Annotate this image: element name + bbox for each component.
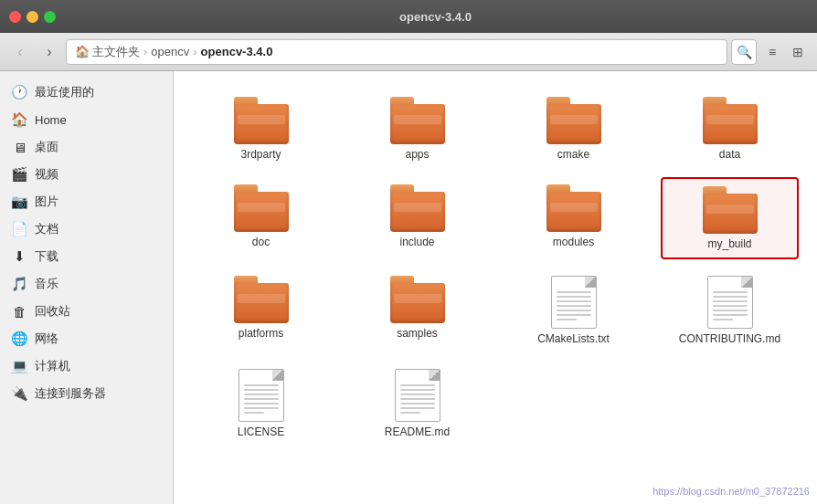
window-controls (9, 11, 56, 23)
close-button[interactable] (9, 11, 21, 23)
folder-icon-graphic (390, 184, 445, 232)
sidebar-item-label-documents: 文档 (35, 221, 58, 237)
sidebar-item-documents[interactable]: 📄文档 (0, 215, 173, 243)
file-item-apps[interactable]: apps (348, 89, 486, 168)
folder-icon-graphic (390, 276, 445, 323)
network-icon: 🌐 (11, 331, 27, 347)
breadcrumb: 🏠 主文件夹 › opencv › opencv-3.4.0 (66, 39, 727, 65)
file-label-doc: doc (252, 236, 270, 248)
documents-icon: 📄 (11, 221, 27, 237)
file-item-license[interactable]: LICENSE (192, 362, 330, 446)
sidebar-item-connect[interactable]: 🔌连接到服务器 (0, 380, 173, 407)
sidebar-item-label-computer: 计算机 (35, 358, 70, 374)
sidebar: 🕐最近使用的🏠Home🖥桌面🎬视频📷图片📄文档⬇下载🎵音乐🗑回收站🌐网络💻计算机… (0, 71, 174, 504)
sidebar-item-downloads[interactable]: ⬇下载 (0, 243, 173, 270)
file-grid: 3rdpartyappscmakedatadocincludemodulesmy… (192, 89, 799, 446)
titlebar: opencv-3.4.0 (0, 0, 817, 33)
file-label-cmake: cmake (557, 148, 589, 161)
file-label-modules: modules (553, 236, 594, 248)
file-item-readme[interactable]: README.md (348, 362, 486, 446)
content-area: 3rdpartyappscmakedatadocincludemodulesmy… (174, 71, 817, 504)
sidebar-item-label-home: Home (35, 113, 67, 127)
maximize-button[interactable] (44, 11, 56, 23)
file-label-readme: README.md (385, 425, 450, 438)
home-icon: 🏠 (11, 111, 27, 128)
folder-icon-graphic (234, 184, 289, 232)
file-item-data[interactable]: data (661, 89, 799, 168)
file-label-license: LICENSE (238, 425, 284, 438)
sidebar-item-pictures[interactable]: 📷图片 (0, 188, 173, 215)
file-label-data: data (719, 148, 740, 161)
file-label-contributing: CONTRIBUTING.md (679, 332, 780, 345)
breadcrumb-current[interactable]: opencv-3.4.0 (201, 45, 273, 58)
file-label-3rdparty: 3rdparty (240, 148, 281, 161)
file-label-apps: apps (405, 148, 429, 161)
doc-icon-graphic (707, 276, 753, 329)
recent-icon: 🕐 (11, 84, 27, 100)
desktop-icon: 🖥 (11, 140, 27, 155)
connect-icon: 🔌 (11, 385, 27, 402)
sidebar-item-label-music: 音乐 (35, 276, 58, 292)
folder-icon-graphic (703, 186, 758, 234)
sidebar-item-label-connect: 连接到服务器 (35, 385, 106, 402)
sidebar-item-desktop[interactable]: 🖥桌面 (0, 133, 173, 161)
folder-icon-graphic (703, 97, 758, 144)
sidebar-item-network[interactable]: 🌐网络 (0, 325, 173, 352)
file-item-samples[interactable]: samples (348, 268, 486, 347)
sidebar-item-trash[interactable]: 🗑回收站 (0, 298, 173, 325)
computer-icon: 💻 (11, 358, 27, 374)
file-label-include: include (399, 236, 434, 248)
file-item-modules[interactable]: modules (504, 177, 642, 256)
file-label-samples: samples (397, 327, 438, 340)
search-button[interactable]: 🔍 (731, 39, 757, 65)
file-item-platforms[interactable]: platforms (192, 268, 330, 347)
folder-icon-graphic (390, 97, 445, 144)
video-icon: 🎬 (11, 166, 27, 183)
folder-icon-graphic (546, 97, 601, 144)
file-item-my_build[interactable]: my_build (661, 177, 799, 259)
sidebar-item-label-desktop: 桌面 (35, 139, 58, 155)
file-item-contributing[interactable]: CONTRIBUTING.md (661, 268, 799, 352)
breadcrumb-opencv[interactable]: opencv (151, 45, 189, 58)
view-buttons: ≡ ⊞ (760, 40, 810, 64)
grid-view-button[interactable]: ⊞ (786, 40, 810, 64)
sidebar-item-label-video: 视频 (35, 166, 58, 183)
sidebar-item-label-downloads: 下载 (35, 248, 58, 265)
trash-icon: 🗑 (11, 304, 27, 320)
music-icon: 🎵 (11, 276, 27, 292)
sidebar-item-label-pictures: 图片 (35, 194, 58, 210)
breadcrumb-home[interactable]: 主文件夹 (92, 44, 140, 60)
folder-icon-graphic (546, 184, 601, 232)
file-label-my_build: my_build (707, 237, 751, 250)
sidebar-item-label-recent: 最近使用的 (35, 84, 94, 100)
file-item-include[interactable]: include (348, 177, 486, 256)
back-button[interactable]: ‹ (7, 39, 33, 65)
watermark: https://blog.csdn.net/m0_37872216 (653, 486, 810, 497)
sidebar-item-label-network: 网络 (35, 331, 58, 347)
file-item-doc[interactable]: doc (192, 177, 330, 256)
sidebar-item-music[interactable]: 🎵音乐 (0, 270, 173, 298)
downloads-icon: ⬇ (11, 248, 27, 265)
file-label-platforms: platforms (239, 327, 283, 340)
folder-icon-graphic (234, 276, 289, 323)
sidebar-item-label-trash: 回收站 (35, 303, 70, 320)
file-label-cmakelists: CMakeLists.txt (537, 332, 610, 345)
pictures-icon: 📷 (11, 194, 27, 210)
list-view-button[interactable]: ≡ (760, 40, 784, 64)
main-layout: 🕐最近使用的🏠Home🖥桌面🎬视频📷图片📄文档⬇下载🎵音乐🗑回收站🌐网络💻计算机… (0, 71, 817, 504)
file-item-cmake[interactable]: cmake (504, 89, 642, 168)
window-title: opencv-3.4.0 (63, 10, 808, 24)
doc-icon-graphic (395, 369, 440, 422)
sidebar-item-computer[interactable]: 💻计算机 (0, 352, 173, 380)
file-item-3rdparty[interactable]: 3rdparty (192, 89, 330, 168)
file-item-cmakelists[interactable]: CMakeLists.txt (504, 268, 642, 352)
folder-icon-graphic (234, 97, 289, 144)
minimize-button[interactable] (27, 11, 38, 23)
navbar: ‹ › 🏠 主文件夹 › opencv › opencv-3.4.0 🔍 ≡ ⊞ (0, 33, 817, 71)
doc-icon-graphic (239, 369, 284, 422)
sidebar-item-recent[interactable]: 🕐最近使用的 (0, 79, 173, 106)
forward-button[interactable]: › (37, 39, 62, 65)
doc-icon-graphic (551, 276, 597, 329)
sidebar-item-home[interactable]: 🏠Home (0, 106, 173, 133)
sidebar-item-video[interactable]: 🎬视频 (0, 161, 173, 188)
